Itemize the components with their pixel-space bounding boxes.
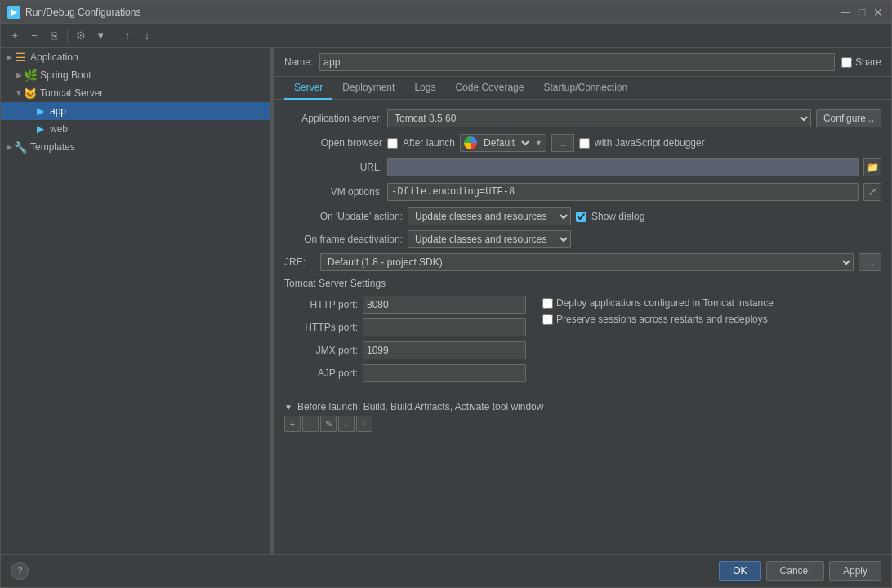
ok-button[interactable]: OK: [719, 561, 760, 581]
app-server-row: Application server: Tomcat 8.5.60 Config…: [284, 109, 881, 127]
sidebar-label-spring-boot: Spring Boot: [40, 69, 91, 81]
apply-button[interactable]: Apply: [829, 561, 881, 581]
title-text: Run/Debug Configurations: [25, 7, 839, 18]
up-arrow-icon: ↑: [125, 29, 131, 42]
sidebar-item-app[interactable]: ▶ app: [1, 102, 270, 120]
sidebar-item-web[interactable]: ▶ web: [1, 120, 270, 138]
on-frame-row: On frame deactivation: Update classes an…: [284, 230, 881, 248]
more-browser-button[interactable]: ...: [551, 134, 574, 152]
name-row: Name: Share: [274, 48, 891, 77]
tab-logs[interactable]: Logs: [404, 77, 445, 100]
configure-button[interactable]: Configure...: [816, 109, 881, 127]
tree-arrow-spring: ▶: [14, 70, 24, 80]
copy-config-button[interactable]: ⎘: [45, 27, 63, 45]
app-server-label: Application server:: [284, 113, 382, 124]
cancel-button[interactable]: Cancel: [766, 561, 824, 581]
vm-options-label: VM options:: [284, 186, 382, 198]
https-port-label: HTTPs port:: [284, 322, 358, 333]
before-launch-header: ▼ Before launch: Build, Build Artifacts,…: [284, 401, 881, 412]
arrow-down-button[interactable]: ▾: [91, 27, 109, 45]
tab-code-coverage[interactable]: Code Coverage: [445, 77, 533, 100]
tabs-bar: Server Deployment Logs Code Coverage Sta…: [274, 77, 891, 100]
sidebar-item-templates[interactable]: ▶ 🔧 Templates: [1, 138, 270, 156]
ajp-port-label: AJP port:: [284, 368, 358, 379]
tab-deployment[interactable]: Deployment: [332, 77, 404, 100]
sidebar-label-application: Application: [30, 51, 78, 63]
bottom-bar: ? OK Cancel Apply: [1, 554, 891, 587]
before-launch-toggle[interactable]: ▼: [284, 403, 292, 412]
deploy-apps-checkbox[interactable]: [542, 298, 553, 309]
preserve-sessions-checkbox[interactable]: [542, 314, 553, 325]
sidebar-label-tomcat: Tomcat Server: [40, 87, 103, 99]
https-port-input[interactable]: [363, 318, 526, 336]
on-frame-select[interactable]: Update classes and resources Update reso…: [408, 230, 571, 248]
before-launch-remove-button[interactable]: −: [302, 416, 319, 432]
before-launch-add-button[interactable]: +: [284, 416, 301, 432]
move-down-button[interactable]: ↓: [138, 27, 156, 45]
show-dialog-checkbox[interactable]: [576, 212, 586, 222]
settings-button[interactable]: ⚙: [72, 27, 90, 45]
remove-config-button[interactable]: −: [25, 27, 43, 45]
sidebar-item-application[interactable]: ▶ ☰ Application: [1, 48, 270, 66]
browser-select-wrap: Default ▼: [460, 134, 546, 152]
url-row: URL: 📁: [284, 158, 881, 176]
vm-options-input[interactable]: [387, 183, 859, 201]
after-launch-label: After launch: [403, 137, 455, 149]
name-label: Name:: [284, 56, 313, 68]
on-update-row: On 'Update' action: Update classes and r…: [284, 207, 881, 225]
copy-icon: ⎘: [51, 29, 57, 42]
browser-select[interactable]: Default: [477, 135, 532, 151]
js-debugger-checkbox[interactable]: [579, 138, 590, 149]
show-dialog-label: Show dialog: [591, 211, 644, 222]
tomcat-settings-section: Tomcat Server Settings HTTP port: HTTPs …: [284, 278, 881, 387]
jre-row: JRE: Default (1.8 - project SDK) ...: [284, 253, 881, 271]
after-launch-checkbox[interactable]: [387, 138, 398, 149]
move-up-button[interactable]: ↑: [118, 27, 136, 45]
main-content: ▶ ☰ Application ▶ 🌿 Spring Boot ▼ 🐱: [1, 48, 891, 554]
http-port-input[interactable]: [363, 296, 526, 314]
jmx-port-input[interactable]: [363, 341, 526, 359]
sidebar-label-web: web: [50, 123, 68, 135]
chrome-icon: [464, 136, 477, 149]
url-label: URL:: [284, 162, 382, 173]
sidebar-label-templates: Templates: [30, 141, 75, 153]
folder-icon: 📁: [867, 162, 879, 173]
preserve-sessions-row: Preserve sessions across restarts and re…: [542, 314, 881, 325]
dialog-window: ▶ Run/Debug Configurations ─ □ ✕ + − ⎘ ⚙…: [0, 0, 892, 588]
web-config-icon: ▶: [33, 122, 47, 136]
app-icon: ▶: [7, 6, 20, 19]
add-config-button[interactable]: +: [6, 27, 24, 45]
sidebar: ▶ ☰ Application ▶ 🌿 Spring Boot ▼ 🐱: [1, 48, 270, 554]
deploy-apps-label: Deploy applications configured in Tomcat…: [556, 297, 774, 309]
tab-startup[interactable]: Startup/Connection: [533, 77, 637, 100]
jre-label: JRE:: [284, 256, 315, 268]
ajp-port-input[interactable]: [363, 364, 526, 382]
minimize-button[interactable]: ─: [839, 6, 852, 19]
tree-arrow-application: ▶: [4, 52, 14, 62]
on-update-select[interactable]: Update classes and resources Update reso…: [408, 207, 571, 225]
toolbar-separator-2: [114, 29, 114, 43]
sidebar-item-tomcat[interactable]: ▼ 🐱 Tomcat Server: [1, 84, 270, 102]
before-launch-down-button[interactable]: ▼: [356, 416, 372, 432]
title-bar: ▶ Run/Debug Configurations ─ □ ✕: [1, 1, 891, 24]
vm-expand-button[interactable]: ⤢: [863, 183, 881, 201]
jmx-port-row: JMX port:: [284, 341, 526, 359]
help-button[interactable]: ?: [11, 562, 29, 580]
app-server-select[interactable]: Tomcat 8.5.60: [387, 109, 811, 127]
jre-select[interactable]: Default (1.8 - project SDK): [320, 253, 854, 271]
sidebar-item-spring-boot[interactable]: ▶ 🌿 Spring Boot: [1, 66, 270, 84]
url-folder-button[interactable]: 📁: [863, 158, 881, 176]
maximize-button[interactable]: □: [855, 6, 868, 19]
before-launch-up-button[interactable]: ▲: [338, 416, 355, 432]
jre-more-button[interactable]: ...: [859, 253, 881, 271]
before-launch-toolbar: + − ✎ ▲ ▼: [284, 416, 881, 432]
url-input[interactable]: [387, 158, 859, 176]
tree-arrow-tomcat: ▼: [14, 88, 24, 98]
before-launch-edit-button[interactable]: ✎: [320, 416, 337, 432]
name-input[interactable]: [319, 53, 835, 71]
ajp-port-row: AJP port:: [284, 364, 526, 382]
expand-icon: ⤢: [868, 186, 876, 198]
close-button[interactable]: ✕: [872, 6, 885, 19]
share-checkbox[interactable]: [841, 57, 852, 68]
tab-server[interactable]: Server: [284, 77, 332, 100]
